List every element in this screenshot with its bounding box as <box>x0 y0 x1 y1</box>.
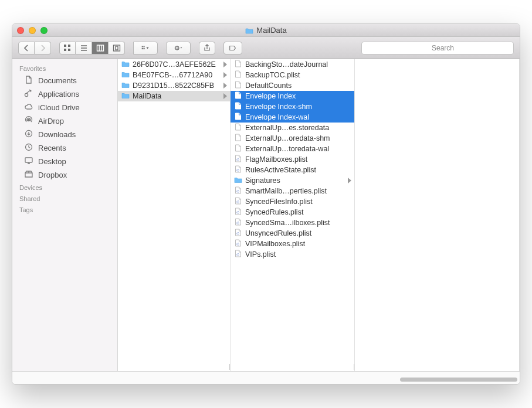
cloud-icon <box>24 103 33 113</box>
chevron-right-icon <box>223 62 228 67</box>
svg-line-23 <box>175 46 176 47</box>
sidebar: FavoritesDocumentsApplicationsiCloud Dri… <box>12 59 118 371</box>
sidebar-item-label: Recents <box>38 144 66 152</box>
tags-button[interactable] <box>223 42 242 55</box>
row-label: SyncedFilesInfo.plist <box>245 198 352 206</box>
row-label: SyncedSma…ilboxes.plist <box>245 219 352 227</box>
down-icon <box>24 130 33 140</box>
file-icon <box>234 70 242 80</box>
folder-icon <box>121 91 130 101</box>
sidebar-item-label: AirDrop <box>38 117 64 125</box>
sidebar-item-documents[interactable]: Documents <box>12 74 117 87</box>
row-label: BackupTOC.plist <box>245 71 352 79</box>
file-row[interactable]: Envelope Index <box>231 91 354 101</box>
file-icon <box>234 113 242 122</box>
row-label: B4E07FCB-…67712A90 <box>133 71 220 79</box>
search-input[interactable] <box>361 42 514 55</box>
sidebar-section-header: Tags <box>12 204 117 215</box>
folder-icon <box>121 81 130 90</box>
sidebar-item-airdrop[interactable]: AirDrop <box>12 114 117 128</box>
svg-rect-13 <box>142 46 143 47</box>
file-row[interactable]: Envelope Index-wal <box>231 112 354 123</box>
file-row[interactable]: SyncedSma…ilboxes.plist <box>231 217 354 228</box>
file-row[interactable]: Envelope Index-shm <box>231 101 354 112</box>
sidebar-item-dropbox[interactable]: Dropbox <box>12 168 117 182</box>
horizontal-scrollbar-thumb[interactable] <box>400 378 517 382</box>
file-row[interactable]: UnsyncedRules.plist <box>231 228 354 239</box>
view-icons-button[interactable] <box>59 42 76 55</box>
file-row[interactable]: BackupTOC.plist <box>231 70 354 80</box>
arrange-button[interactable] <box>133 42 158 55</box>
file-row[interactable]: VIPs.plist <box>231 249 354 260</box>
sidebar-item-downloads[interactable]: Downloads <box>12 128 117 141</box>
titlebar: MailData <box>12 24 520 37</box>
view-list-button[interactable] <box>76 42 92 55</box>
column-1[interactable]: 26F6D07C…3AEFE562EB4E07FCB-…67712A90D923… <box>118 59 231 371</box>
row-label: SmartMailb…perties.plist <box>245 187 352 195</box>
folder-row[interactable]: B4E07FCB-…67712A90 <box>118 70 230 80</box>
file-row[interactable]: ExternalUp…toredata-wal <box>231 144 354 154</box>
view-mode-buttons <box>59 42 125 55</box>
sidebar-item-label: Downloads <box>38 130 76 139</box>
sidebar-item-icloud-drive[interactable]: iCloud Drive <box>12 101 117 114</box>
row-label: Envelope Index <box>245 92 352 100</box>
sidebar-item-desktop[interactable]: Desktop <box>12 155 117 168</box>
file-row[interactable]: ExternalUp…es.storedata <box>231 123 354 133</box>
file-row[interactable]: SyncedFilesInfo.plist <box>231 196 354 207</box>
folder-row[interactable]: MailData <box>118 91 230 101</box>
svg-rect-1 <box>64 45 66 47</box>
row-label: FlagMailboxes.plist <box>245 155 352 164</box>
svg-line-24 <box>178 49 179 49</box>
back-button[interactable] <box>18 42 35 55</box>
file-row[interactable]: BackingSto…dateJournal <box>231 59 354 70</box>
forward-button[interactable] <box>35 42 51 55</box>
file-icon <box>234 60 242 69</box>
row-label: Signatures <box>245 176 344 185</box>
file-row[interactable]: RulesActiveState.plist <box>231 165 354 175</box>
svg-line-25 <box>175 49 176 49</box>
row-label: ExternalUp…es.storedata <box>245 124 352 132</box>
folder-icon <box>245 27 253 34</box>
file-row[interactable]: SmartMailb…perties.plist <box>231 186 354 196</box>
close-button[interactable] <box>17 27 24 34</box>
chevron-right-icon <box>223 72 228 78</box>
file-row[interactable]: SyncedRules.plist <box>231 207 354 217</box>
svg-rect-2 <box>68 45 70 47</box>
search-field[interactable] <box>361 42 514 55</box>
share-button[interactable] <box>199 42 215 55</box>
row-label: Envelope Index-shm <box>245 103 352 111</box>
file-icon <box>234 134 242 143</box>
app-icon <box>24 89 33 99</box>
view-gallery-button[interactable] <box>109 42 125 55</box>
action-button[interactable] <box>166 42 191 55</box>
column-2[interactable]: BackingSto…dateJournalBackupTOC.plistDef… <box>231 59 355 371</box>
zoom-button[interactable] <box>40 27 48 34</box>
plist-icon <box>234 229 242 238</box>
box-icon <box>24 170 33 180</box>
traffic-lights <box>17 27 48 34</box>
svg-line-26 <box>178 46 179 47</box>
minimize-button[interactable] <box>29 27 36 34</box>
plist-icon <box>234 250 242 259</box>
folder-icon <box>234 176 242 185</box>
file-row[interactable]: VIPMailboxes.plist <box>231 239 354 249</box>
svg-point-27 <box>25 93 28 96</box>
doc-icon <box>24 76 33 86</box>
folder-row[interactable]: D9231D15…8522C85FB <box>118 80 230 91</box>
nav-buttons <box>18 42 51 55</box>
row-label: 26F6D07C…3AEFE562E <box>133 60 220 69</box>
sidebar-section-header: Favorites <box>12 63 117 74</box>
folder-row[interactable]: 26F6D07C…3AEFE562E <box>118 59 230 70</box>
plist-icon <box>234 155 242 164</box>
row-label: VIPs.plist <box>245 250 352 259</box>
file-row[interactable]: DefaultCounts <box>231 80 354 91</box>
file-row[interactable]: ExternalUp…oredata-shm <box>231 133 354 144</box>
file-row[interactable]: FlagMailboxes.plist <box>231 154 354 165</box>
column-3[interactable] <box>355 59 520 371</box>
sidebar-item-recents[interactable]: Recents <box>12 141 117 155</box>
folder-row[interactable]: Signatures <box>231 175 354 186</box>
row-label: ExternalUp…oredata-shm <box>245 134 352 142</box>
view-columns-button[interactable] <box>92 42 109 55</box>
chevron-right-icon <box>223 83 228 89</box>
sidebar-item-applications[interactable]: Applications <box>12 87 117 101</box>
